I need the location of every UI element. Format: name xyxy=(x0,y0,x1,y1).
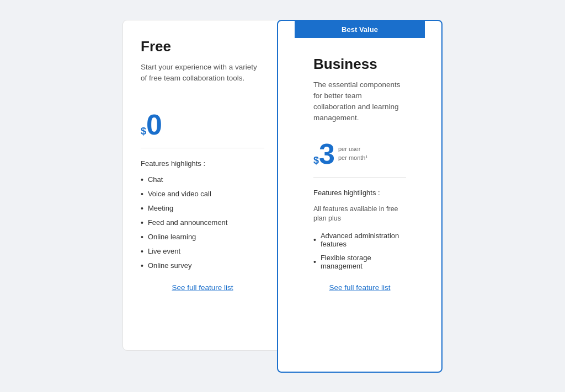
business-plan-title: Business xyxy=(313,56,406,73)
business-features-label: Features hightlights : xyxy=(313,189,406,197)
list-item: • Chat xyxy=(141,175,264,184)
list-item: • Advanced administration features xyxy=(313,232,406,248)
per-month-text: per month¹ xyxy=(338,154,367,162)
list-item: • Feed and announcement xyxy=(141,218,264,227)
bullet-icon: • xyxy=(141,233,143,241)
business-price-section: $ 3 per user per month¹ xyxy=(313,139,406,178)
bullet-icon: • xyxy=(313,257,316,266)
free-plan-card: Free Start your experience with a variet… xyxy=(122,20,282,351)
bullet-icon: • xyxy=(141,190,143,198)
list-item: • Online survey xyxy=(141,261,264,270)
bullet-icon: • xyxy=(313,235,316,244)
list-item: • Online learning xyxy=(141,233,264,241)
feature-text: Online learning xyxy=(148,233,196,241)
business-price-meta: per user per month¹ xyxy=(338,145,367,162)
free-price-section: $ 0 xyxy=(141,110,264,148)
feature-text: Chat xyxy=(148,175,163,184)
free-price-amount: 0 xyxy=(146,110,162,139)
list-item: • Live event xyxy=(141,247,264,256)
bullet-icon: • xyxy=(141,247,143,256)
bullet-icon: • xyxy=(141,261,143,270)
free-see-feature-link[interactable]: See full feature list xyxy=(141,283,264,292)
free-plan-description: Start your experience with a variety of … xyxy=(141,62,264,95)
feature-text: Advanced administration features xyxy=(321,232,406,248)
feature-text: Feed and announcement xyxy=(148,218,228,227)
feature-text: Flexible storage management xyxy=(321,254,406,270)
list-item: • Flexible storage management xyxy=(313,254,406,270)
business-card-content: Business The essential components for be… xyxy=(296,56,424,309)
business-features-sublabel: All features avaliable in free plan plus xyxy=(313,205,406,224)
pricing-container: Free Start your experience with a variet… xyxy=(122,20,443,373)
free-features-section: Features highlights : • Chat • Voice and… xyxy=(141,159,264,270)
per-user-text: per user xyxy=(338,145,367,153)
best-value-banner: Best Value xyxy=(295,21,425,38)
bullet-icon: • xyxy=(141,204,143,213)
list-item: • Voice and video call xyxy=(141,190,264,198)
business-plan-description: The essential components for better team… xyxy=(313,79,406,124)
list-item: • Meeting xyxy=(141,204,264,213)
feature-text: Online survey xyxy=(148,261,191,270)
feature-text: Voice and video call xyxy=(148,190,211,198)
free-features-label: Features highlights : xyxy=(141,159,264,168)
business-plan-card: Best Value Business The essential compon… xyxy=(277,20,443,373)
bullet-icon: • xyxy=(141,175,143,184)
free-plan-title: Free xyxy=(141,38,264,55)
bullet-icon: • xyxy=(141,218,143,227)
business-see-feature-link[interactable]: See full feature list xyxy=(313,283,406,292)
business-price-amount: 3 xyxy=(319,139,335,168)
business-features-section: Features hightlights : All features aval… xyxy=(313,189,406,270)
business-price-currency: $ xyxy=(313,155,319,167)
feature-text: Meeting xyxy=(148,204,173,212)
free-price-currency: $ xyxy=(141,126,146,137)
feature-text: Live event xyxy=(148,247,180,255)
